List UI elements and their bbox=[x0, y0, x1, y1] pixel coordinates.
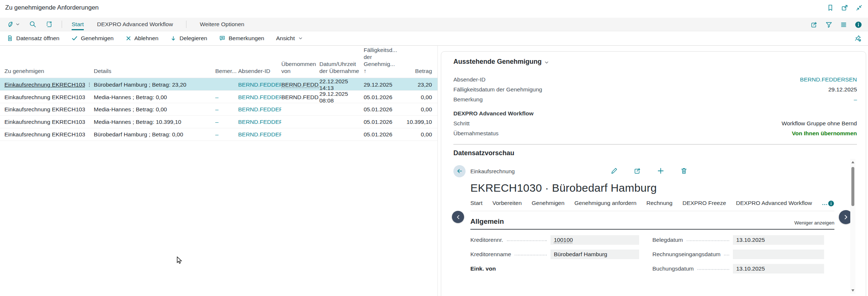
bemerkung-value[interactable]: – bbox=[854, 96, 857, 103]
faelligkeit-cell: 29.12.2025 bbox=[364, 81, 401, 88]
view-button[interactable]: Ansicht bbox=[276, 35, 303, 42]
uebernahmestatus-label: Übernahmestatus bbox=[453, 130, 498, 137]
tab-genehmigung-anfordern[interactable]: Genehmigung anfordern bbox=[574, 200, 637, 206]
tab-start[interactable]: Start bbox=[470, 200, 483, 206]
preview-scrollbar[interactable] bbox=[850, 159, 855, 294]
table-row[interactable]: Einkaufsrechnung EKRECH1035 Media-Hannes… bbox=[0, 116, 438, 128]
comments-icon bbox=[219, 35, 226, 42]
column-header-betrag[interactable]: Betrag bbox=[401, 67, 436, 78]
open-record-button[interactable]: Datensatz öffnen bbox=[7, 35, 59, 42]
info-icon[interactable] bbox=[828, 200, 834, 207]
unpin-icon[interactable] bbox=[854, 35, 861, 42]
dotted-leader bbox=[687, 240, 729, 241]
belegdatum-field[interactable]: 13.10.2025 bbox=[733, 235, 824, 245]
datum-cell: 29.12.2025 08:08 bbox=[319, 91, 364, 104]
table-row[interactable]: Einkaufsrechnung EKRECH1033 Media-Hannes… bbox=[0, 91, 438, 103]
column-header-datum-uebernahme[interactable]: Datum/Uhrzeit der Übernahme bbox=[319, 60, 364, 78]
field-row: Bemerkung – bbox=[453, 94, 857, 104]
reject-button[interactable]: Ablehnen bbox=[126, 35, 159, 42]
buchungsdatum-field[interactable]: 13.10.2025 bbox=[733, 264, 824, 274]
scroll-down-icon[interactable] bbox=[851, 289, 854, 292]
kreditorennr-value[interactable]: 100100 bbox=[554, 237, 573, 243]
bookmark-icon[interactable] bbox=[827, 4, 834, 11]
app-window: Zu genehmigende Anforderungen bbox=[0, 0, 868, 296]
faelligkeit-cell: 05.01.2026 bbox=[364, 119, 401, 125]
collapse-icon[interactable] bbox=[855, 4, 863, 11]
column-header-uebernommen-von[interactable]: Übernommen von bbox=[281, 60, 319, 78]
menu-item-weitere-optionen[interactable]: Weitere Optionen bbox=[200, 18, 244, 31]
menubar: Start DEXPRO Advanced Workflow Weitere O… bbox=[0, 18, 868, 31]
filter-icon[interactable] bbox=[825, 21, 833, 28]
uebernommen-cell: BERND.FEDD... bbox=[281, 81, 319, 88]
absender-id-value[interactable]: BERND.FEDDERSEN bbox=[800, 76, 857, 83]
topbar-icons bbox=[827, 4, 863, 11]
absender-link[interactable]: BERND.FEDDER... bbox=[238, 81, 281, 88]
column-header-faelligkeitsdatum[interactable]: Fälligkeitsd... der Genehmig... ↑ bbox=[364, 46, 401, 78]
preview-body: EKRECH1030 · Bürobedarf Hamburg Start Vo… bbox=[470, 182, 834, 274]
field-row: Schritt Workflow Gruppe ohne Bernd bbox=[453, 118, 857, 128]
info-icon[interactable] bbox=[855, 21, 862, 28]
scroll-up-icon[interactable] bbox=[851, 161, 854, 163]
list-icon[interactable] bbox=[840, 21, 847, 28]
approve-button[interactable]: Genehmigen bbox=[71, 35, 114, 42]
kreditorenname-field[interactable]: Bürobedarf Hamburg bbox=[550, 250, 639, 259]
edit-pencil-icon[interactable] bbox=[610, 167, 618, 175]
column-header-spacer bbox=[85, 74, 94, 78]
column-header-absender-id[interactable]: Absender-ID bbox=[238, 67, 281, 78]
comments-label: Bemerkungen bbox=[229, 35, 264, 42]
tab-rechnung[interactable]: Rechnung bbox=[646, 200, 673, 206]
menu-item-start[interactable]: Start bbox=[72, 18, 84, 31]
absender-link[interactable]: BERND.FEDDER... bbox=[238, 106, 281, 113]
table-row[interactable]: Einkaufsrechnung EKRECH1034 Media-Hannes… bbox=[0, 103, 438, 116]
preview-tabs: Start Vorbereiten Genehmigen Genehmigung… bbox=[470, 200, 834, 211]
scrollbar-thumb[interactable] bbox=[851, 167, 854, 206]
share-icon[interactable] bbox=[810, 21, 818, 28]
table-row[interactable]: Einkaufsrechnung EKRECH1030 Bürobedarf H… bbox=[0, 78, 438, 91]
comments-button[interactable]: Bemerkungen bbox=[219, 35, 264, 42]
rechnungseingangsdatum-field[interactable] bbox=[733, 250, 824, 259]
pages-icon[interactable] bbox=[45, 21, 53, 28]
table-row[interactable]: Einkaufsrechnung EKRECH1036 Bürobedarf H… bbox=[0, 128, 438, 141]
record-preview: Einkaufsrechnung bbox=[453, 165, 857, 274]
tab-vorbereiten[interactable]: Vorbereiten bbox=[493, 200, 522, 206]
faelligkeit-cell: 05.01.2026 bbox=[364, 106, 401, 113]
delegate-button[interactable]: Delegieren bbox=[170, 35, 207, 42]
absender-link[interactable]: BERND.FEDDER... bbox=[238, 94, 281, 101]
row-menu-icon[interactable] bbox=[85, 82, 94, 88]
absender-link[interactable]: BERND.FEDDER... bbox=[238, 119, 281, 125]
faelligkeit-cell: 05.01.2026 bbox=[364, 94, 401, 101]
back-button[interactable] bbox=[453, 165, 466, 177]
weniger-anzeigen-link[interactable]: Weniger anzeigen bbox=[794, 220, 834, 226]
column-header-zu-genehmigen[interactable]: Zu genehmigen bbox=[0, 67, 85, 78]
record-link[interactable]: Einkaufsrechnung EKRECH1033 bbox=[0, 94, 85, 101]
delete-trash-icon[interactable] bbox=[680, 167, 688, 175]
menu-item-dexpro-advanced-workflow[interactable]: DEXPRO Advanced Workflow bbox=[97, 18, 173, 31]
column-header-faelligkeitsdatum-label: Fälligkeitsd... der Genehmig... bbox=[364, 47, 397, 67]
add-plus-icon[interactable] bbox=[657, 167, 665, 175]
general-fields: Kreditorennr. 100100 Belegdatum 13.10.20… bbox=[470, 235, 834, 274]
popout-icon[interactable] bbox=[841, 4, 848, 11]
record-link[interactable]: Einkaufsrechnung EKRECH1035 bbox=[0, 119, 85, 125]
preview-prev-button[interactable] bbox=[452, 211, 464, 223]
more-tabs-button[interactable]: ... bbox=[822, 200, 828, 206]
absender-link[interactable]: BERND.FEDDER... bbox=[238, 131, 281, 138]
record-link[interactable]: Einkaufsrechnung EKRECH1034 bbox=[0, 106, 85, 113]
tab-dexpro-advanced-workflow[interactable]: DEXPRO Advanced Workflow bbox=[736, 200, 812, 206]
menubar-icons-right bbox=[810, 18, 862, 31]
column-header-details[interactable]: Details bbox=[94, 67, 215, 78]
tab-dexpro-freeze[interactable]: DEXPRO Freeze bbox=[683, 200, 726, 206]
apps-icon[interactable] bbox=[7, 21, 20, 28]
chevron-down-icon bbox=[298, 36, 303, 41]
kreditorennr-field[interactable]: 100100 bbox=[550, 235, 639, 245]
share-icon[interactable] bbox=[634, 167, 641, 175]
delegate-arrow-icon bbox=[170, 35, 176, 42]
topbar: Zu genehmigende Anforderungen bbox=[0, 0, 868, 18]
column-header-bemerkung[interactable]: Bemer... bbox=[215, 67, 238, 78]
search-icon[interactable] bbox=[29, 21, 37, 28]
preview-header: Einkaufsrechnung bbox=[453, 165, 857, 177]
chevron-down-icon[interactable] bbox=[544, 60, 549, 65]
tab-genehmigen[interactable]: Genehmigen bbox=[532, 200, 565, 206]
record-link[interactable]: Einkaufsrechnung EKRECH1036 bbox=[0, 131, 85, 138]
betrag-cell: 0,00 bbox=[401, 106, 436, 113]
record-link[interactable]: Einkaufsrechnung EKRECH1030 bbox=[0, 81, 85, 88]
